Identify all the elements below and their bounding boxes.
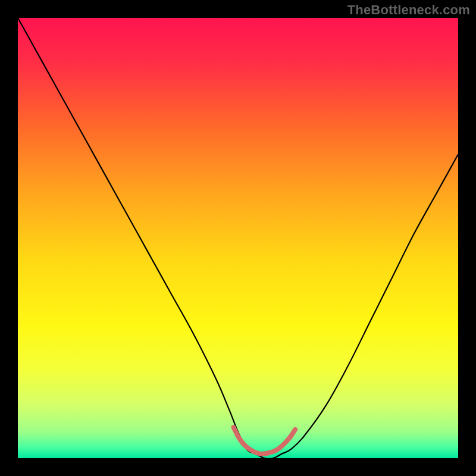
gradient-background: [18, 18, 458, 458]
chart-stage: TheBottleneck.com: [0, 0, 476, 476]
plot-area: [18, 18, 458, 458]
watermark-text: TheBottleneck.com: [347, 4, 470, 17]
chart-svg: [18, 18, 458, 458]
